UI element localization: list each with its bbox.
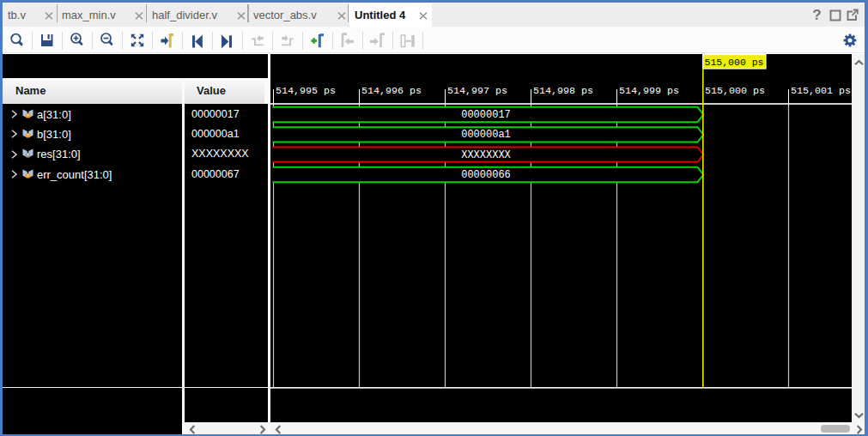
svg-text:00000017: 00000017 xyxy=(461,109,511,121)
svg-text:515,000 ps: 515,000 ps xyxy=(705,85,765,97)
svg-text:514,998 ps: 514,998 ps xyxy=(533,85,593,97)
svg-text:000000a1: 000000a1 xyxy=(461,129,511,141)
svg-text:515,000 ps: 515,000 ps xyxy=(704,57,763,68)
svg-text:00000066: 00000066 xyxy=(461,169,511,181)
svg-text:514,997 ps: 514,997 ps xyxy=(447,85,507,97)
svg-text:515,001 ps: 515,001 ps xyxy=(791,85,851,97)
svg-text:XXXXXXXX: XXXXXXXX xyxy=(461,149,511,161)
svg-text:514,995 ps: 514,995 ps xyxy=(276,85,336,97)
svg-text:514,999 ps: 514,999 ps xyxy=(619,85,679,97)
svg-text:514,996 ps: 514,996 ps xyxy=(361,85,422,97)
